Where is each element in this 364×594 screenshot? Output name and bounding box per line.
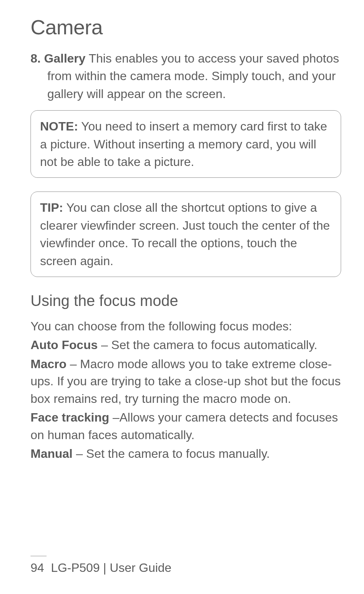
focus-auto: Auto Focus – Set the camera to focus aut… — [31, 336, 341, 354]
list-text: This enables you to access your saved ph… — [47, 52, 339, 101]
note-label: NOTE: — [40, 119, 78, 133]
list-label: Gallery — [44, 52, 86, 65]
focus-macro-label: Macro — [31, 357, 66, 371]
focus-macro: Macro – Macro mode allows you to take ex… — [31, 356, 341, 407]
list-item-gallery: 8. Gallery This enables you to access yo… — [31, 50, 341, 103]
focus-auto-text: – Set the camera to focus automatically. — [98, 338, 317, 352]
note-text: You need to insert a memory card first t… — [40, 119, 327, 169]
section-intro: You can choose from the following focus … — [31, 318, 341, 335]
list-number: 8. — [31, 52, 41, 65]
page-title: Camera — [31, 15, 341, 39]
tip-label: TIP: — [40, 201, 63, 214]
section-heading: Using the focus mode — [31, 292, 341, 309]
focus-manual: Manual – Set the camera to focus manuall… — [31, 445, 341, 462]
focus-manual-label: Manual — [31, 447, 72, 460]
focus-auto-label: Auto Focus — [31, 338, 98, 352]
footer-divider — [31, 556, 47, 556]
tip-box: TIP: You can close all the shortcut opti… — [31, 192, 341, 277]
tip-text: You can close all the shortcut options t… — [40, 201, 330, 267]
note-box: NOTE: You need to insert a memory card f… — [31, 110, 341, 178]
focus-face-label: Face tracking — [31, 410, 109, 424]
doc-title: LG-P509 | User Guide — [51, 561, 171, 575]
page-footer: 94 LG-P509 | User Guide — [31, 556, 341, 575]
focus-macro-text: – Macro mode allows you to take extreme … — [31, 357, 341, 406]
page-number: 94 — [31, 561, 44, 575]
focus-face: Face tracking –Allows your camera detect… — [31, 409, 341, 444]
footer-text: 94 LG-P509 | User Guide — [31, 561, 341, 575]
focus-manual-text: – Set the camera to focus manually. — [72, 447, 270, 460]
